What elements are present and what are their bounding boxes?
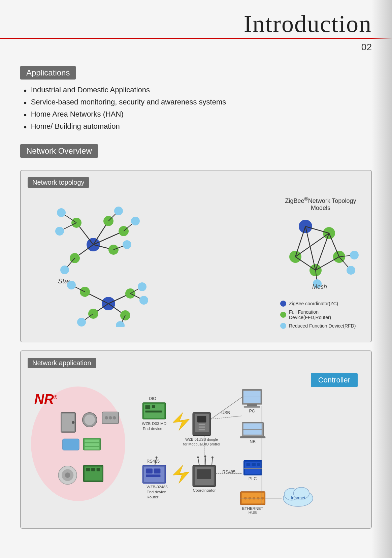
svg-line-121 — [212, 458, 213, 465]
svg-point-122 — [197, 456, 199, 458]
nr-logo: NR® — [34, 392, 57, 407]
svg-text:PLC: PLC — [249, 476, 257, 481]
svg-point-42 — [138, 282, 146, 291]
zc-dot — [280, 301, 286, 307]
svg-line-110 — [155, 458, 157, 465]
network-app-label: Network application — [28, 358, 96, 368]
svg-line-55 — [316, 233, 329, 270]
svg-rect-107 — [146, 469, 153, 474]
svg-text:Mesh: Mesh — [312, 283, 327, 290]
svg-line-52 — [295, 226, 305, 257]
svg-point-147 — [248, 497, 251, 500]
svg-rect-142 — [257, 463, 260, 466]
rfd-dot — [280, 323, 286, 329]
svg-rect-135 — [243, 424, 262, 435]
svg-rect-118 — [195, 467, 214, 485]
svg-line-54 — [295, 233, 329, 257]
network-application-box: Network application Controller NR® — [20, 350, 372, 529]
svg-text:RS485: RS485 — [146, 459, 160, 464]
svg-text:PC: PC — [249, 408, 255, 413]
svg-line-102 — [211, 416, 242, 419]
svg-text:End device: End device — [143, 426, 162, 431]
svg-rect-85 — [143, 403, 166, 419]
svg-text:WZB-D03 MD: WZB-D03 MD — [142, 421, 166, 426]
svg-point-150 — [261, 497, 264, 500]
header: Introduction — [0, 0, 392, 38]
svg-rect-141 — [252, 463, 256, 466]
svg-rect-105 — [143, 465, 166, 484]
svg-rect-96 — [197, 416, 206, 423]
svg-rect-140 — [247, 463, 251, 466]
network-app-inner: Controller NR® — [28, 373, 364, 521]
svg-rect-95 — [195, 414, 209, 432]
svg-rect-136 — [240, 436, 265, 438]
ffd-dot — [280, 312, 286, 318]
ffd-label: Full Funcation Device(FFD,Router) — [289, 309, 361, 320]
svg-line-163 — [211, 397, 242, 419]
svg-rect-98 — [199, 426, 205, 428]
svg-line-119 — [198, 458, 199, 465]
svg-point-154 — [284, 488, 299, 500]
zc-label: ZigBee coordinator(ZC) — [289, 301, 338, 306]
svg-text:DIO: DIO — [149, 396, 157, 401]
topology-svg: Star — [28, 192, 196, 327]
svg-point-57 — [350, 251, 359, 259]
star-topology-container: Star — [28, 192, 277, 335]
svg-point-111 — [156, 456, 158, 458]
svg-text:End device: End device — [146, 490, 166, 494]
network-overview-section: Network Overview Network topology — [0, 144, 392, 539]
applications-label: Applications — [20, 66, 76, 80]
svg-rect-138 — [244, 460, 262, 475]
svg-rect-134 — [242, 423, 264, 436]
svg-point-146 — [244, 497, 247, 500]
list-item: Industrial and Domestic Applications — [20, 86, 372, 94]
topology-inner-label: Network topology — [28, 177, 89, 188]
svg-rect-109 — [146, 474, 160, 477]
svg-rect-88 — [152, 405, 155, 408]
svg-text:RS485: RS485 — [222, 469, 235, 474]
svg-text:Internet: Internet — [291, 495, 306, 500]
svg-point-20 — [123, 240, 131, 249]
svg-line-50 — [316, 257, 339, 270]
svg-text:USB: USB — [221, 410, 230, 415]
svg-point-148 — [253, 497, 255, 500]
svg-point-40 — [139, 296, 148, 305]
svg-rect-132 — [244, 406, 260, 408]
topology-area: Star — [28, 192, 364, 335]
svg-point-34 — [67, 281, 76, 289]
svg-point-22 — [60, 266, 69, 274]
legend: ZigBee coordinator(ZC) Full Funcation De… — [277, 297, 364, 335]
svg-rect-106 — [144, 467, 165, 482]
svg-rect-145 — [242, 493, 264, 503]
applications-section: Applications Industrial and Domestic App… — [0, 53, 392, 144]
svg-point-16 — [114, 207, 123, 215]
svg-point-14 — [55, 227, 64, 236]
page: Introduction 02 Applications Industrial … — [0, 0, 392, 558]
page-number: 02 — [0, 39, 392, 53]
svg-rect-89 — [145, 410, 162, 412]
svg-rect-139 — [245, 462, 261, 474]
svg-point-155 — [293, 487, 309, 499]
svg-rect-94 — [193, 412, 211, 435]
svg-line-120 — [205, 457, 206, 465]
controller-badge: Controller — [311, 373, 358, 387]
svg-point-153 — [283, 490, 313, 506]
topology-box: Network topology — [20, 170, 372, 342]
network-overview-title: Network Overview — [20, 144, 372, 164]
svg-point-36 — [77, 318, 86, 327]
svg-point-12 — [57, 208, 66, 217]
svg-rect-86 — [144, 404, 165, 418]
svg-point-38 — [116, 321, 125, 327]
svg-rect-129 — [242, 390, 262, 404]
svg-rect-108 — [154, 469, 161, 474]
list-item: Home/ Building automation — [20, 122, 372, 131]
svg-rect-125 — [197, 469, 211, 479]
svg-rect-117 — [193, 465, 216, 487]
svg-text:Router: Router — [146, 495, 158, 499]
svg-point-124 — [211, 456, 214, 458]
svg-marker-116 — [173, 465, 190, 484]
svg-text:WZB-02485: WZB-02485 — [146, 485, 168, 489]
svg-rect-144 — [240, 492, 265, 505]
page-title: Introduction — [20, 10, 372, 38]
svg-point-18 — [131, 217, 140, 225]
